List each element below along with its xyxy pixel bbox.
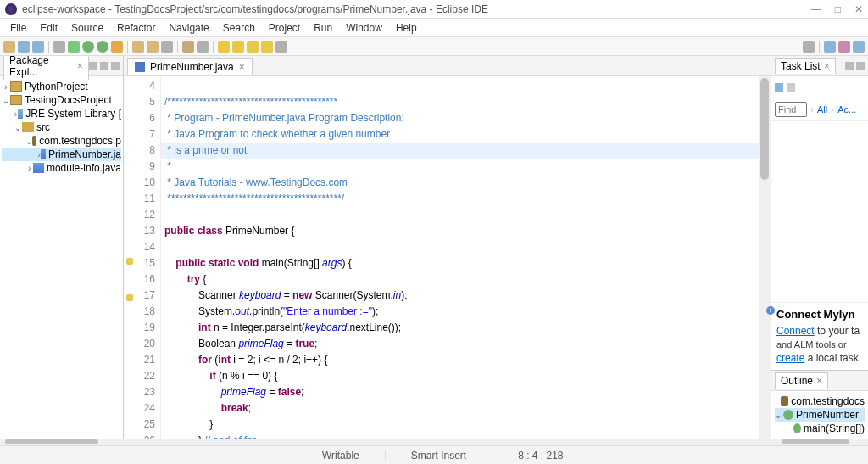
toolbar-separator	[819, 41, 820, 53]
scrollbar-thumb[interactable]	[760, 78, 769, 180]
project-icon	[10, 81, 22, 92]
coverage-icon[interactable]	[97, 41, 108, 53]
tree-item[interactable]: ›JRE System Library [	[2, 107, 121, 120]
view-menu-icon[interactable]	[111, 62, 120, 70]
menu-search[interactable]: Search	[218, 20, 260, 36]
bottom-scrollbar[interactable]	[0, 439, 868, 445]
window-controls: — □ ✕	[811, 3, 863, 15]
new-package-icon[interactable]	[132, 41, 144, 53]
tree-item[interactable]: ⌄com.testingdocs.p	[2, 134, 121, 148]
search-icon[interactable]	[182, 41, 194, 53]
menu-edit[interactable]: Edit	[35, 20, 63, 36]
menu-help[interactable]: Help	[391, 20, 422, 36]
perspective-other-icon[interactable]	[853, 41, 865, 53]
package-explorer-header: Package Expl... ×	[0, 56, 123, 76]
task-new-icon[interactable]	[775, 83, 783, 92]
twisty-icon[interactable]: ›	[2, 82, 10, 92]
twisty-icon[interactable]: ⌄	[14, 123, 22, 132]
quick-access-icon[interactable]	[803, 41, 815, 53]
run-icon[interactable]	[82, 41, 94, 53]
maximize-view-icon[interactable]	[856, 62, 865, 70]
menu-refactor[interactable]: Refactor	[112, 20, 160, 36]
status-cursor-position: 8 : 4 : 218	[492, 450, 588, 461]
perspective-java-icon[interactable]	[824, 41, 836, 53]
main-toolbar	[0, 37, 868, 56]
ext-tools-icon[interactable]	[111, 41, 123, 53]
scrollbar-thumb[interactable]	[5, 439, 98, 444]
outline-tab[interactable]: Outline ×	[775, 372, 828, 389]
outline-item[interactable]: main(String[])	[775, 422, 865, 435]
eclipse-icon	[5, 3, 17, 15]
open-type-icon[interactable]	[161, 41, 173, 53]
editor-tab-label: PrimeNumber.java	[150, 61, 234, 73]
prev-annot-icon[interactable]	[218, 41, 230, 53]
link-editor-icon[interactable]	[100, 62, 108, 70]
package-explorer-view: Package Expl... × ›PythonProject⌄Testing…	[0, 56, 124, 439]
window-title: eclipse-workspace - TestingDocsProject/s…	[22, 3, 811, 15]
outline-item[interactable]: ⌄PrimeNumber	[775, 408, 865, 422]
tree-item-label: src	[36, 121, 50, 133]
task-category-icon[interactable]	[787, 83, 795, 92]
scrollbar-thumb[interactable]	[782, 439, 849, 444]
back-icon[interactable]	[247, 41, 259, 53]
toolbar-separator	[127, 41, 128, 53]
project-icon	[10, 95, 22, 105]
tree-item-label: TestingDocsProject	[25, 94, 112, 106]
undo-icon[interactable]	[53, 41, 65, 53]
package-explorer-tree[interactable]: ›PythonProject⌄TestingDocsProject›JRE Sy…	[0, 76, 123, 439]
lib-icon	[18, 109, 24, 119]
debug-icon[interactable]	[68, 41, 80, 53]
menu-source[interactable]: Source	[66, 20, 108, 36]
close-icon[interactable]: ×	[816, 375, 822, 387]
collapse-all-icon[interactable]	[89, 62, 97, 70]
save-icon[interactable]	[18, 41, 30, 53]
task-list-tab[interactable]: Task List ×	[775, 58, 836, 74]
menu-file[interactable]: File	[5, 20, 31, 36]
save-all-icon[interactable]	[32, 41, 44, 53]
pin-icon[interactable]	[275, 41, 287, 53]
tree-item[interactable]: ›module-info.java	[2, 161, 121, 175]
menu-window[interactable]: Window	[341, 20, 387, 36]
tree-item[interactable]: ⌄TestingDocsProject	[2, 93, 121, 107]
close-icon[interactable]: ×	[824, 60, 830, 72]
tree-item[interactable]: ›PrimeNumber.ja	[2, 148, 121, 161]
close-icon[interactable]: ×	[239, 61, 245, 73]
outline-tree[interactable]: com.testingdocs⌄PrimeNumbermain(String[]…	[771, 391, 868, 439]
tree-item[interactable]: ⌄src	[2, 120, 121, 134]
code-content[interactable]: /***************************************…	[161, 76, 759, 439]
close-icon[interactable]: ×	[77, 60, 83, 72]
twisty-icon[interactable]: ›	[25, 164, 33, 173]
forward-icon[interactable]	[261, 41, 273, 53]
minimize-button[interactable]: —	[811, 3, 821, 15]
package-icon	[781, 396, 788, 406]
twisty-icon[interactable]: ⌄	[2, 96, 10, 105]
minimize-view-icon[interactable]	[845, 62, 854, 70]
menu-run[interactable]: Run	[309, 20, 337, 36]
menu-navigate[interactable]: Navigate	[164, 20, 214, 36]
perspective-debug-icon[interactable]	[838, 41, 850, 53]
tree-item-label: module-info.java	[47, 162, 121, 174]
task-toolbar	[771, 76, 868, 98]
menu-project[interactable]: Project	[264, 20, 305, 36]
maximize-button[interactable]: □	[835, 3, 841, 15]
close-button[interactable]: ✕	[854, 3, 863, 15]
tree-item[interactable]: ›PythonProject	[2, 80, 121, 93]
annotation-icon[interactable]	[197, 41, 209, 53]
code-editor[interactable]: 4567891011121314151617181920212223242526…	[124, 76, 771, 439]
window-titlebar: eclipse-workspace - TestingDocsProject/s…	[0, 0, 868, 19]
outline-view: Outline × com.testingdocs⌄PrimeNumbermai…	[771, 370, 868, 439]
task-all-link[interactable]: All	[817, 104, 827, 115]
new-icon[interactable]	[3, 41, 15, 53]
outline-item[interactable]: com.testingdocs	[775, 394, 865, 408]
new-class-icon[interactable]	[147, 41, 159, 53]
next-annot-icon[interactable]	[232, 41, 244, 53]
twisty-icon[interactable]: ⌄	[25, 137, 32, 146]
mylyn-create-link[interactable]: create	[776, 352, 804, 364]
status-insert-mode: Smart Insert	[385, 450, 492, 461]
editor-tab-primenumber[interactable]: PrimeNumber.java ×	[127, 58, 253, 75]
editor-scrollbar-vertical[interactable]	[759, 76, 771, 439]
task-find-input[interactable]	[775, 102, 807, 117]
task-activate-link[interactable]: Ac...	[837, 104, 856, 115]
outline-item-label: main(String[])	[804, 422, 865, 434]
mylyn-connect-link[interactable]: Connect	[776, 325, 815, 337]
